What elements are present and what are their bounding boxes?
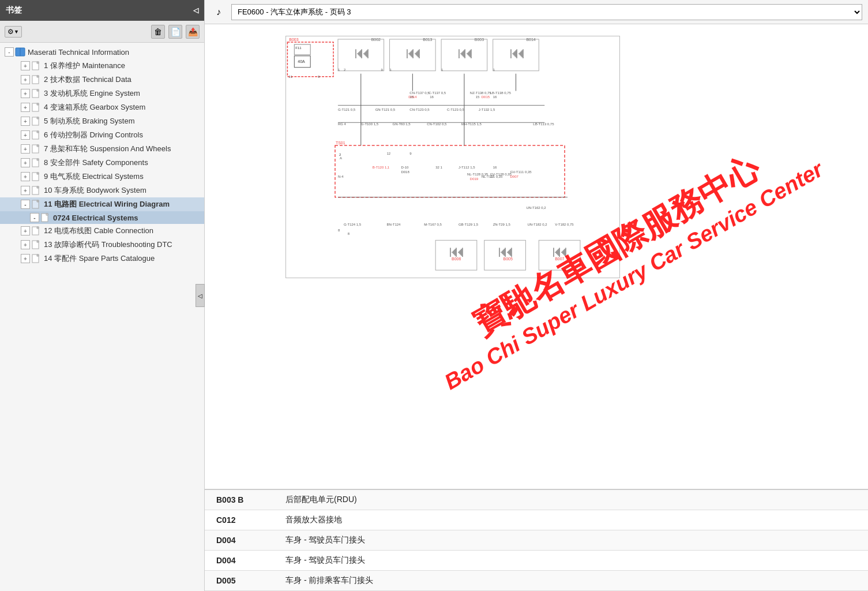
svg-text:G-T100 1,5: G-T100 1,5 [361,122,379,126]
audio-button[interactable]: ♪ [211,4,227,20]
svg-text:D019: D019 [470,177,479,181]
expand-12[interactable]: + [21,226,30,235]
expand-elec[interactable]: - [30,213,39,222]
sidebar-item-4[interactable]: + 4 变速箱系统 Gearbox System [0,100,204,114]
svg-text:9: 9 [409,152,412,155]
sidebar-item-14[interactable]: + 14 零配件 Spare Parts Catalogue [0,252,204,265]
svg-text:B-T120 1,1: B-T120 1,1 [373,166,390,169]
sidebar-collapse-button[interactable]: ◁ [196,284,205,307]
svg-text:16: 16 [493,166,497,169]
svg-text:GV-T111 0,35: GV-T111 0,35 [510,170,532,174]
svg-text:B014: B014 [526,38,535,42]
svg-text:UN-T182 0,2: UN-T182 0,2 [527,223,547,226]
doc-icon-3 [31,89,42,98]
svg-text:B002: B002 [371,38,381,42]
main-content: ♪ FE0600 - 汽车立体声系统 - 页码 3 B003 F11 40A 1… [205,0,868,591]
sidebar-item-11[interactable]: - 11 电路图 Electrical Wiring Diagram [0,197,204,211]
sidebar-item-13[interactable]: + 13 故障诊断代码 Troubleshooting DTC [0,238,204,252]
audio-icon: ♪ [216,7,221,17]
sidebar-item-7[interactable]: + 7 悬架和车轮 Suspension And Wheels [0,142,204,156]
export-button[interactable]: 📤 [186,25,200,39]
svg-text:BN-T124: BN-T124 [387,223,401,226]
svg-text:G-T121 0,5: G-T121 0,5 [338,108,356,111]
book-icon [15,47,25,57]
comp-code: D005 [216,576,285,585]
sidebar-content: - Maserati Technical Information + 1 保养维… [0,43,204,591]
doc-icon-elec [40,213,51,222]
sidebar-item-label-1: 1 保养维护 Maintenance [44,61,125,71]
sidebar-item-label-3: 3 发动机系统 Engine System [44,88,140,99]
sidebar-item-2[interactable]: + 2 技术数据 Technical Data [0,73,204,87]
add-page-button[interactable]: 📄 [168,25,182,39]
expand-9[interactable]: + [21,172,30,181]
svg-text:GN-T121 0,5: GN-T121 0,5 [375,108,396,111]
expand-7[interactable]: + [21,144,30,154]
sidebar-item-1[interactable]: + 1 保养维护 Maintenance [0,59,204,73]
diagram-area: B003 F11 40A 11 9 B002 ⏮ 1 9 2 B013 ⏮ 1 … [205,24,868,489]
svg-text:15: 15 [476,95,480,99]
sidebar-item-10[interactable]: + 10 车身系统 Bodywork System [0,184,204,197]
expand-13[interactable]: + [21,240,30,249]
expand-5[interactable]: + [21,117,30,126]
svg-text:16: 16 [493,95,497,99]
sidebar-item-9[interactable]: + 9 电气系统 Electrical Systems [0,170,204,184]
root-expand-btn[interactable]: - [5,47,14,57]
sidebar-item-5[interactable]: + 5 制动系统 Braking System [0,114,204,128]
sidebar-root-item[interactable]: - Maserati Technical Information [0,45,204,59]
sidebar-item-3[interactable]: + 3 发动机系统 Engine System [0,87,204,100]
expand-4[interactable]: + [21,103,30,112]
expand-1[interactable]: + [21,61,30,70]
doc-icon-13 [31,240,42,249]
expand-10[interactable]: + [21,186,30,195]
svg-text:32 1: 32 1 [435,166,442,169]
sidebar-item-label-6: 6 传动控制器 Driving Controls [44,130,143,140]
sidebar-item-label-5: 5 制动系统 Braking System [44,116,135,126]
svg-text:B013: B013 [423,38,432,42]
svg-text:40A: 40A [298,59,305,63]
doc-icon-5 [31,117,42,126]
export-icon: 📤 [188,27,198,36]
table-row: D005 车身 - 前排乘客车门接头 [205,571,868,591]
svg-text:12: 12 [387,152,391,155]
sidebar-item-label-9: 9 电气系统 Electrical Systems [44,171,144,182]
svg-marker-36 [46,214,48,215]
svg-text:M-T167 0,5: M-T167 0,5 [424,223,442,226]
collapse-sidebar-btn[interactable]: ◁ [193,6,198,14]
sidebar-item-8[interactable]: + 8 安全部件 Safety Components [0,156,204,170]
expand-11[interactable]: - [21,200,30,209]
sidebar-item-6[interactable]: + 6 传动控制器 Driving Controls [0,128,204,142]
delete-icon: 🗑 [154,27,162,36]
svg-text:⏮: ⏮ [552,242,568,260]
svg-text:8: 8 [338,229,340,232]
doc-icon-6 [31,130,42,140]
svg-text:J-T112 1,5: J-T112 1,5 [459,166,475,169]
comp-code: B003 B [216,495,285,504]
svg-text:D015: D015 [482,95,490,99]
svg-text:TS01: TS01 [336,141,345,145]
svg-text:CN-T137 0,5: CN-T137 0,5 [409,91,430,95]
comp-code: D004 [216,556,285,565]
expand-6[interactable]: + [21,130,30,140]
expand-3[interactable]: + [21,89,30,98]
svg-text:CN-T123 0,5: CN-T123 0,5 [409,108,430,111]
comp-desc: 车身 - 驾驶员车门接头 [285,555,856,566]
component-table: B003 B 后部配电单元(RDU) C012 音频放大器接地 D004 车身 … [205,489,868,591]
svg-text:⏮: ⏮ [449,242,465,260]
svg-text:B003: B003 [475,38,484,42]
page-selector[interactable]: FE0600 - 汽车立体声系统 - 页码 3 [231,4,862,20]
svg-text:NZ-T138 0,75: NZ-T138 0,75 [470,91,492,95]
svg-text:11: 11 [288,75,292,78]
sidebar-subitem-electrical[interactable]: - 0724 Electrical Systems [0,211,204,224]
expand-2[interactable]: + [21,75,30,84]
svg-text:⏮: ⏮ [405,44,422,62]
delete-button[interactable]: 🗑 [151,25,165,39]
svg-text:A: A [340,156,342,160]
expand-14[interactable]: + [21,254,30,263]
svg-text:D018: D018 [401,170,409,174]
svg-text:⏮: ⏮ [457,44,474,62]
comp-desc: 车身 - 前排乘客车门接头 [285,575,856,586]
expand-8[interactable]: + [21,158,30,167]
settings-dropdown[interactable]: ⚙ ▼ [5,26,22,38]
sidebar-item-12[interactable]: + 12 电缆布线图 Cable Connection [0,224,204,238]
sidebar-item-label-8: 8 安全部件 Safety Components [44,158,148,168]
